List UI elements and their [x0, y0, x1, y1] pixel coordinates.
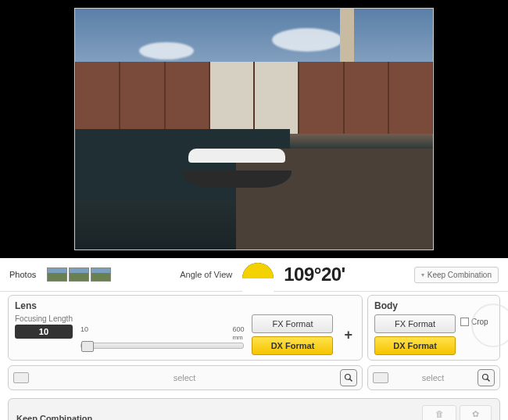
magnifier-icon [344, 373, 353, 382]
thumbnail[interactable] [47, 267, 67, 282]
slider-min: 10 [80, 325, 88, 341]
body-select-row[interactable]: select [367, 365, 500, 390]
trash-icon: 🗑 [435, 409, 444, 418]
body-select-label: select [393, 373, 473, 382]
lens-panel: Lens Focusing Length 10 10 600mm FX Form… [8, 295, 363, 361]
delete-button[interactable]: 🗑 Delete [422, 405, 456, 420]
sample-photo [74, 8, 434, 250]
body-search-button[interactable] [478, 369, 495, 386]
lens-select-row[interactable]: select [8, 365, 363, 390]
photos-label: Photos [9, 270, 36, 279]
keep-combination-panel: Keep Combination 🗑 Delete ✿ Show [8, 398, 500, 420]
magnifier-icon [481, 373, 491, 382]
svg-line-1 [350, 379, 352, 382]
focusing-length-label: Focusing Length [15, 314, 73, 323]
show-button[interactable]: ✿ Show [460, 405, 492, 420]
svg-line-3 [488, 379, 490, 382]
lens-fx-format-button[interactable]: FX Format [252, 314, 333, 333]
body-fx-format-button[interactable]: FX Format [374, 314, 456, 333]
angle-gauge-icon [240, 263, 276, 286]
focusing-length-value: 10 [15, 325, 73, 339]
camera-icon [373, 372, 388, 383]
lens-select-label: select [34, 373, 335, 382]
lens-search-button[interactable] [340, 369, 357, 386]
thumbnail[interactable] [91, 267, 111, 282]
keep-combination-button[interactable]: Keep Combination [414, 267, 499, 283]
checkbox-icon [460, 318, 469, 326]
gear-icon: ✿ [472, 409, 479, 419]
photo-thumbnails [47, 267, 111, 282]
lens-title: Lens [15, 300, 356, 311]
body-dx-format-button[interactable]: DX Format [374, 336, 456, 355]
keep-combination-label: Keep Combination [428, 271, 492, 279]
slider-max: 600 [232, 325, 244, 333]
preview-area [0, 0, 508, 258]
select-bar: select select [0, 365, 508, 395]
camera-outline-icon [471, 303, 508, 347]
slider-unit: mm [232, 334, 242, 341]
angle-of-view-value: 109°20' [284, 264, 345, 285]
svg-point-0 [345, 375, 351, 380]
controls-row: Lens Focusing Length 10 10 600mm FX Form… [0, 292, 508, 365]
plus-icon: + [341, 327, 356, 343]
body-title: Body [374, 300, 493, 311]
angle-of-view-label: Angle of View [180, 270, 232, 279]
keep-panel-title: Keep Combination [16, 414, 92, 420]
svg-point-2 [483, 375, 488, 380]
slider-handle[interactable] [81, 341, 94, 352]
body-panel: Body FX Format DX Format Crop [367, 295, 500, 361]
thumbnail[interactable] [69, 267, 89, 282]
lens-icon [13, 372, 29, 383]
focal-length-slider[interactable]: 10 600mm [80, 325, 245, 349]
lens-dx-format-button[interactable]: DX Format [252, 336, 333, 355]
info-bar: Photos Angle of View 109°20' Keep Combin… [0, 258, 508, 292]
